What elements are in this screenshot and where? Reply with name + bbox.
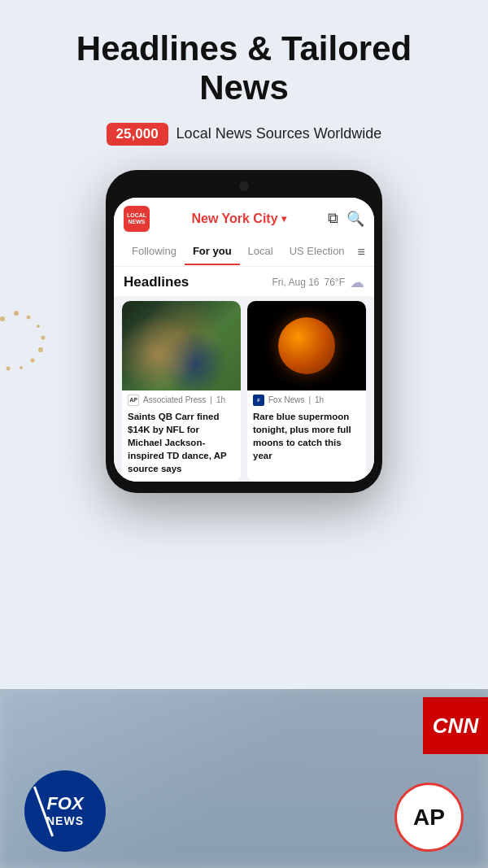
app-logo: LOCAL NEWS bbox=[124, 206, 150, 232]
tab-following[interactable]: Following bbox=[124, 240, 185, 265]
card-title-1: Saints QB Carr fined $14K by NFL for Mic… bbox=[122, 408, 241, 482]
time-2: 1h bbox=[315, 395, 324, 404]
ap-logo-small: AP bbox=[128, 395, 139, 406]
weather-date: Fri, Aug 16 bbox=[272, 277, 319, 288]
card-title-2: Rare blue supermoon tonight, plus more f… bbox=[247, 408, 366, 469]
svg-point-1 bbox=[27, 316, 31, 320]
headlines-label: Headlines bbox=[124, 274, 189, 290]
subtitle-row: 25,000 Local News Sources Worldwide bbox=[33, 123, 455, 146]
svg-point-4 bbox=[38, 347, 43, 352]
source-name-2: Fox News bbox=[268, 395, 304, 404]
city-selector[interactable]: New York City ▾ bbox=[191, 212, 285, 226]
tab-local[interactable]: Local bbox=[240, 240, 281, 265]
search-icon[interactable]: 🔍 bbox=[346, 210, 364, 228]
divider-1: | bbox=[210, 395, 212, 404]
weather-info: Fri, Aug 16 76°F ☁ bbox=[272, 273, 364, 291]
card-image-moon bbox=[247, 301, 366, 390]
bookmark-icon[interactable]: ⧉ bbox=[328, 210, 338, 227]
divider-2: | bbox=[308, 395, 311, 404]
news-cards-row: AP Associated Press | 1h Saints QB Carr … bbox=[114, 296, 374, 482]
svg-point-7 bbox=[7, 367, 11, 371]
city-name: New York City bbox=[191, 212, 277, 226]
nav-tabs: Following For you Local US Election ≡ bbox=[114, 237, 374, 267]
main-title: Headlines & Tailored News bbox=[33, 29, 455, 108]
phone-screen: LOCAL NEWS New York City ▾ ⧉ 🔍 Following… bbox=[114, 198, 374, 482]
svg-point-3 bbox=[41, 336, 46, 340]
subtitle-text: Local News Sources Worldwide bbox=[176, 125, 382, 142]
logo-line1: LOCAL bbox=[127, 212, 146, 219]
football-overlay bbox=[122, 301, 241, 390]
bottom-section: FOX NEWS CNN AP bbox=[0, 689, 488, 868]
cloud-icon: ☁ bbox=[350, 273, 364, 291]
news-card-moon[interactable]: F Fox News | 1h Rare blue supermoon toni… bbox=[247, 301, 366, 482]
source-count-badge: 25,000 bbox=[107, 123, 168, 146]
tab-us-election[interactable]: US Election bbox=[281, 240, 353, 265]
logo-line2: NEWS bbox=[129, 219, 146, 225]
cnn-text: CNN bbox=[433, 713, 478, 739]
svg-point-0 bbox=[14, 311, 19, 316]
card-meta-1: AP Associated Press | 1h bbox=[122, 390, 241, 408]
top-section: Headlines & Tailored News 25,000 Local N… bbox=[0, 0, 488, 162]
header-icons: ⧉ 🔍 bbox=[328, 210, 364, 228]
fox-news-logo: FOX NEWS bbox=[24, 770, 106, 852]
phone-frame: LOCAL NEWS New York City ▾ ⧉ 🔍 Following… bbox=[106, 170, 382, 493]
moon-circle bbox=[278, 317, 335, 374]
svg-point-12 bbox=[0, 316, 5, 321]
source-name-1: Associated Press bbox=[143, 395, 206, 404]
time-1: 1h bbox=[216, 395, 225, 404]
news-card-football[interactable]: AP Associated Press | 1h Saints QB Carr … bbox=[122, 301, 241, 482]
fox-logo-small: F bbox=[253, 395, 264, 406]
phone-camera bbox=[239, 181, 249, 191]
phone-mockup: LOCAL NEWS New York City ▾ ⧉ 🔍 Following… bbox=[0, 170, 488, 493]
ap-text: AP bbox=[413, 805, 445, 831]
svg-point-5 bbox=[31, 359, 35, 363]
dots-decoration bbox=[0, 309, 49, 374]
svg-point-6 bbox=[20, 366, 23, 369]
phone-notch bbox=[114, 181, 374, 191]
tab-for-you[interactable]: For you bbox=[185, 240, 240, 265]
chevron-down-icon: ▾ bbox=[281, 213, 286, 225]
fox-text: FOX bbox=[46, 795, 83, 813]
ap-logo: AP bbox=[394, 783, 464, 852]
svg-point-2 bbox=[37, 325, 40, 328]
weather-temp: 76°F bbox=[325, 277, 345, 288]
card-image-football bbox=[122, 301, 241, 390]
app-header: LOCAL NEWS New York City ▾ ⧉ 🔍 bbox=[114, 198, 374, 237]
headlines-bar: Headlines Fri, Aug 16 76°F ☁ bbox=[114, 267, 374, 296]
menu-icon[interactable]: ≡ bbox=[353, 240, 370, 266]
cnn-logo: CNN bbox=[423, 697, 488, 754]
news-text: NEWS bbox=[46, 814, 84, 827]
card-meta-2: F Fox News | 1h bbox=[247, 390, 366, 408]
